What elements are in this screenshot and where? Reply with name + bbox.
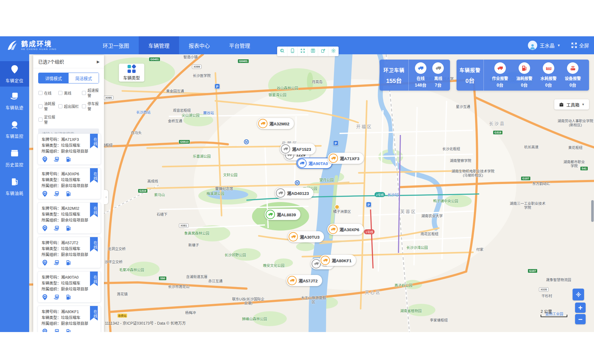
sidebar-item-车辆轨迹[interactable]: 车辆轨迹: [0, 87, 29, 115]
vehicle-list[interactable]: 车牌号码：湘A71XF3车辆类型：垃圾压缩车所属组织：厨余垃圾项目部在线车牌号码…: [33, 132, 104, 332]
expand-arrows-button[interactable]: [298, 47, 308, 56]
tab-simple-mode[interactable]: 简洁模式: [69, 73, 99, 83]
track-action-icon[interactable]: [53, 294, 60, 302]
map-label-鸭子铺中央公园: 鸭子铺中央公园: [433, 198, 458, 203]
vehicle-card-湘A80KF1[interactable]: 车牌号码：湘A80KF1车辆类型：垃圾压缩车所属组织：厨余垃圾项目部在线: [38, 306, 101, 332]
filter-油耗报警[interactable]: 油耗报警: [38, 101, 58, 111]
nav-tab-1[interactable]: 环卫一张图: [93, 36, 139, 54]
truck-marker-icon: [328, 225, 338, 234]
filter-停车报警[interactable]: 停车报警: [82, 101, 102, 111]
fuel-action-icon[interactable]: [65, 328, 72, 332]
checkbox-停车报警[interactable]: [82, 104, 86, 108]
nav-tab-2[interactable]: 车辆管理: [139, 36, 179, 54]
filter-离线[interactable]: 离线: [58, 88, 82, 98]
track-action-icon[interactable]: [53, 259, 60, 267]
map-marker-湘A30TU3[interactable]: 湘A30TU3: [288, 231, 324, 242]
map-marker-湘A71XF3[interactable]: 湘A71XF3: [328, 153, 364, 164]
locate-button[interactable]: [573, 289, 584, 300]
sidebar-item-车辆监控[interactable]: 车辆监控: [0, 115, 29, 144]
vehicle-card-湘A71XF3[interactable]: 车牌号码：湘A71XF3车辆类型：垃圾压缩车所属组织：厨余垃圾项目部在线: [38, 133, 101, 165]
fullscreen-button[interactable]: 全屏: [571, 42, 589, 49]
locate-action-icon[interactable]: [42, 259, 48, 267]
map-marker-湘A57JT2[interactable]: 湘A57JT2: [286, 275, 322, 286]
org-expand-icon[interactable]: ▶: [97, 60, 100, 64]
fuel-action-icon[interactable]: [65, 156, 72, 164]
vehicle-org: 所属组织：厨余垃圾项目部: [42, 321, 97, 327]
filter-超速报警[interactable]: 超速报警: [82, 88, 102, 98]
share-export-button[interactable]: [318, 47, 328, 56]
online-stat[interactable]: 在线 148台: [415, 62, 426, 88]
filter-超出围栏[interactable]: 超出围栏: [58, 101, 82, 111]
map-marker-湘A80KF1[interactable]: 湘A80KF1: [320, 255, 356, 266]
map-marker-湘AF1523[interactable]: 湘AF1523: [280, 143, 316, 155]
nav-tab-3[interactable]: 报表中心: [179, 36, 219, 54]
checkbox-超出围栏[interactable]: [58, 104, 62, 108]
sidebar-item-车辆油耗[interactable]: 车辆油耗: [0, 172, 29, 201]
save-view-button[interactable]: [308, 47, 318, 56]
locate-action-icon[interactable]: [42, 328, 48, 332]
alarm-stat-水耗报警[interactable]: 水耗报警0台: [541, 62, 557, 88]
locate-action-icon[interactable]: [42, 191, 48, 198]
locate-action-icon[interactable]: [42, 294, 48, 302]
scrollbar-thumb[interactable]: [591, 200, 594, 222]
filter-定位报警[interactable]: 定位报警: [38, 114, 58, 125]
vehicle-card-actions: [42, 225, 97, 233]
chevron-down-icon[interactable]: ▼: [557, 43, 560, 47]
track-action-icon[interactable]: [53, 191, 60, 198]
marker-plate-label: 湘A71XF3: [340, 155, 359, 161]
map-marker-湘A90TA0[interactable]: 湘A90TA0: [296, 158, 332, 169]
offline-stat[interactable]: 离线 7台: [432, 62, 444, 88]
track-action-icon[interactable]: [53, 156, 60, 164]
map-label-赤江互通: 赤江互通: [208, 278, 223, 283]
locate-action-icon[interactable]: [42, 156, 48, 164]
map-canvas[interactable]: 智造小镇乌山森林公园长沙医学院黄金园互通月亮岛银星湾公园观音岩枢纽谷山森林公园麓…: [29, 54, 594, 332]
alarm-stat-作业报警[interactable]: 作业报警0台: [492, 62, 508, 88]
device-frame-button[interactable]: [287, 47, 298, 56]
toolbox-button[interactable]: 工具箱 ▼: [554, 99, 589, 110]
fuel-action-icon[interactable]: [65, 294, 72, 302]
user-area: 王水晶 ▼ 全屏: [528, 36, 589, 54]
page-scrollbar[interactable]: [591, 54, 594, 332]
tab-detail-mode[interactable]: 详情模式: [38, 73, 69, 83]
vehicle-plate: 车牌号码：湘A80KF1: [42, 309, 97, 315]
vehicle-type-button[interactable]: 车辆类型: [119, 64, 144, 82]
user-name[interactable]: 王水晶: [540, 42, 555, 49]
vehicle-org: 所属组织：厨余垃圾项目部: [42, 149, 97, 155]
zoom-out-button[interactable]: −: [575, 314, 586, 324]
alarm-count: 0台: [545, 82, 552, 88]
nav-tab-4[interactable]: 平台管理: [219, 36, 260, 54]
measure-search-button[interactable]: [277, 47, 287, 56]
vehicle-card-湘A90TA0[interactable]: 车牌号码：湘A90TA0车辆类型：垃圾压缩车所属组织：厨余垃圾项目部在线: [38, 271, 101, 303]
checkbox-油耗报警[interactable]: [38, 104, 43, 108]
alarm-stat-油耗报警[interactable]: 油耗报警0台: [516, 62, 532, 88]
user-avatar[interactable]: [528, 41, 537, 50]
vehicle-org: 所属组织：厨余垃圾项目部: [42, 252, 97, 258]
panel-collapse-button[interactable]: ‹: [104, 190, 108, 204]
vehicle-card-湘A32M02[interactable]: 车牌号码：湘A32M02车辆类型：垃圾压缩车所属组织：厨余垃圾项目部在线: [38, 202, 101, 234]
track-action-icon[interactable]: [53, 225, 60, 233]
map-marker-湘A30XP6[interactable]: 湘A30XP6: [327, 224, 364, 235]
sidebar-item-车辆定位[interactable]: 车辆定位: [0, 61, 29, 87]
checkbox-定位报警[interactable]: [38, 118, 43, 122]
vehicle-card-湘A30XP6[interactable]: 车牌号码：湘A30XP6车辆类型：垃圾压缩车所属组织：厨余垃圾项目部在线: [38, 168, 101, 199]
measure-search-icon: [280, 48, 285, 55]
track-action-icon[interactable]: [53, 328, 60, 332]
map-label-高成线: 高成线: [147, 178, 158, 183]
sidebar-item-历史监控[interactable]: 历史监控: [0, 144, 29, 172]
checkbox-超速报警[interactable]: [82, 91, 86, 95]
locate-action-icon[interactable]: [42, 225, 48, 233]
fuel-action-icon[interactable]: [65, 191, 72, 198]
zoom-in-button[interactable]: +: [575, 303, 586, 313]
settings-gear-button[interactable]: [328, 47, 339, 56]
fuel-action-icon[interactable]: [65, 225, 72, 233]
water-alarm-icon: [543, 62, 554, 74]
checkbox-在线[interactable]: [38, 91, 43, 95]
fuel-action-icon[interactable]: [65, 259, 72, 267]
map-marker-湘AL8839[interactable]: 湘AL8839: [265, 209, 300, 220]
filter-在线[interactable]: 在线: [38, 88, 58, 98]
vehicle-card-湘A57JT2[interactable]: 车牌号码：湘A57JT2车辆类型：垃圾压缩车所属组织：厨余垃圾项目部在线: [38, 237, 101, 268]
alarm-stat-设备报警[interactable]: 设备报警0台: [565, 62, 581, 88]
map-marker-湘AD40123[interactable]: 湘AD40123: [275, 187, 313, 199]
checkbox-离线[interactable]: [58, 91, 62, 95]
map-marker-湘A32M02[interactable]: 湘A32M02: [257, 118, 294, 129]
